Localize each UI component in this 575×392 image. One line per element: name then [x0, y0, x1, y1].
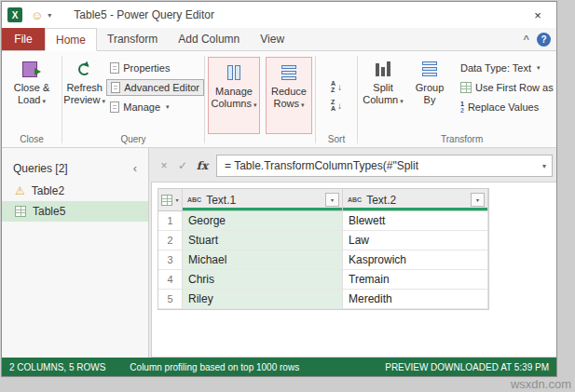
group-label-query: Query [62, 132, 204, 147]
tab-view[interactable]: View [250, 28, 294, 50]
formula-input[interactable]: = Table.TransformColumnTypes(#"Split ▾ [216, 155, 553, 177]
column-header-label: Text.1 [206, 194, 236, 207]
manage-columns-icon [227, 65, 240, 80]
data-type-button[interactable]: Data Type: Text ▾ [457, 60, 556, 76]
ribbon-home: Close & Load▾ Close Refresh Preview▾ [2, 51, 556, 148]
table-cell[interactable]: George [183, 211, 343, 231]
refresh-label-line1: Refresh [66, 82, 103, 94]
status-bar: 2 COLUMNS, 5 ROWS Column profiling based… [2, 358, 556, 376]
chevron-down-icon: ▾ [301, 101, 305, 108]
row-number[interactable]: 5 [158, 290, 183, 309]
table-row: 2 Stuart Law [158, 231, 488, 250]
feedback-smiley-icon[interactable]: ☺ [31, 8, 43, 22]
ribbon-divider [204, 56, 205, 143]
tab-add-column[interactable]: Add Column [168, 28, 250, 50]
group-by-label-line1: Group [416, 82, 445, 94]
formula-bar: × ✓ fx = Table.TransformColumnTypes(#"Sp… [155, 154, 553, 178]
manage-columns-highlight-box: Manage Columns▾ [208, 57, 260, 134]
split-column-button[interactable]: Split Column▾ [358, 54, 408, 132]
excel-icon-letter: X [12, 10, 19, 20]
chevron-down-icon: ▾ [253, 101, 257, 108]
table-cell[interactable]: Kasprowich [343, 250, 488, 270]
tab-file[interactable]: File [2, 28, 45, 50]
ribbon-group-query: Refresh Preview▾ Properties Advanced Edi… [62, 54, 204, 147]
title-bar: X ☺ ▾ Table5 - Power Query Editor × [2, 2, 556, 28]
properties-button[interactable]: Properties [106, 60, 204, 76]
expand-formula-bar-icon[interactable]: ▾ [542, 162, 546, 170]
sort-descending-letters: ZA [331, 99, 335, 112]
column-header-label: Text.2 [366, 194, 396, 207]
help-icon[interactable]: ? [537, 33, 551, 47]
excel-icon: X [7, 7, 22, 22]
table-cell[interactable]: Law [343, 231, 488, 250]
status-profiling-info[interactable]: Column profiling based on top 1000 rows [130, 362, 299, 372]
manage-columns-button[interactable]: Manage Columns▾ [209, 58, 259, 111]
reduce-rows-label-line1: Reduce [271, 86, 307, 98]
table-cell[interactable]: Chris [183, 270, 343, 290]
table-cell[interactable]: Meredith [343, 290, 488, 309]
commit-formula-icon[interactable]: ✓ [173, 159, 192, 172]
queries-pane-header: Queries [2] ‹ [2, 148, 148, 181]
table-cell[interactable]: Riley [183, 290, 343, 309]
table-cell[interactable]: Stuart [183, 231, 343, 250]
column-header-text2[interactable]: ABC Text.2 ▾ [343, 189, 488, 211]
chevron-down-icon: ▾ [400, 98, 404, 104]
window-title: Table5 - Power Query Editor [74, 8, 214, 21]
data-preview-pane: ▾ ABC Text.1 ▾ ABC Text.2 ▾ [151, 182, 556, 358]
chevron-down-icon: ▾ [476, 196, 479, 203]
close-window-button[interactable]: × [525, 8, 551, 22]
digit-one: 1 [460, 101, 464, 107]
filter-button[interactable]: ▾ [325, 193, 339, 207]
queries-pane: Queries [2] ‹ ⚠ Table2 Table5 [2, 148, 149, 358]
down-arrow-icon: ↓ [337, 101, 342, 111]
use-first-row-label: Use First Row as [475, 82, 554, 93]
manage-columns-label-line1: Manage [215, 86, 253, 98]
chevron-down-icon: ▾ [42, 98, 46, 104]
table-menu-button[interactable]: ▾ [158, 189, 183, 211]
reduce-rows-button[interactable]: Reduce Rows▾ [267, 58, 311, 111]
table-row: 1 George Blewett [158, 211, 488, 231]
manage-button[interactable]: Manage ▾ [106, 99, 204, 115]
advanced-editor-button[interactable]: Advanced Editor [106, 79, 204, 96]
table-cell[interactable]: Tremain [343, 270, 488, 290]
use-first-row-button[interactable]: Use First Row as ▾ [457, 79, 556, 96]
preview-table: ▾ ABC Text.1 ▾ ABC Text.2 ▾ [157, 188, 489, 310]
ribbon-group-sort: AZ ↓ ZA ↓ Sort [316, 54, 357, 147]
table-row: 5 Riley Meredith [158, 290, 488, 309]
table-cell[interactable]: Blewett [343, 211, 488, 231]
quick-access-toolbar-caret-icon[interactable]: ▾ [48, 11, 51, 20]
query-list-item-table5[interactable]: Table5 [2, 201, 148, 222]
row-number[interactable]: 3 [158, 250, 183, 270]
chevron-down-icon: ▾ [166, 103, 170, 111]
filter-button[interactable]: ▾ [471, 193, 485, 207]
tab-home[interactable]: Home [45, 28, 97, 51]
row-number[interactable]: 1 [158, 211, 183, 231]
sort-ascending-button[interactable]: AZ ↓ [327, 79, 346, 94]
close-and-load-button[interactable]: Close & Load▾ [7, 54, 57, 132]
table-cell[interactable]: Michael [183, 250, 343, 270]
letter-a: A [331, 80, 335, 87]
table-header-row: ▾ ABC Text.1 ▾ ABC Text.2 ▾ [158, 189, 488, 211]
table-icon [15, 206, 26, 217]
formula-text[interactable]: = Table.TransformColumnTypes(#"Split [225, 159, 418, 172]
tab-transform[interactable]: Transform [97, 28, 168, 50]
screenshot-page: X ☺ ▾ Table5 - Power Query Editor × File… [0, 0, 575, 392]
column-header-text1[interactable]: ABC Text.1 ▾ [183, 189, 343, 211]
cancel-formula-icon[interactable]: × [155, 159, 173, 172]
sort-descending-button[interactable]: ZA ↓ [327, 98, 346, 113]
query-list-item-table2[interactable]: ⚠ Table2 [2, 181, 148, 201]
chevron-down-icon: ▾ [175, 196, 178, 203]
row-number[interactable]: 2 [158, 231, 183, 250]
collapse-ribbon-icon[interactable]: ^ [524, 34, 529, 45]
manage-icon [110, 101, 119, 113]
refresh-preview-button[interactable]: Refresh Preview▾ [62, 54, 106, 132]
collapse-pane-icon[interactable]: ‹ [130, 161, 141, 175]
main-pane: × ✓ fx = Table.TransformColumnTypes(#"Sp… [149, 148, 556, 358]
row-number[interactable]: 4 [158, 270, 183, 290]
column-quality-bar [183, 208, 342, 210]
close-and-load-label-line1: Close & [14, 82, 50, 94]
close-and-load-label-line2: Load [18, 94, 40, 105]
replace-values-button[interactable]: 12 Replace Values [457, 99, 556, 115]
group-by-button[interactable]: Group By [408, 54, 451, 132]
digit-two: 2 [460, 107, 464, 114]
